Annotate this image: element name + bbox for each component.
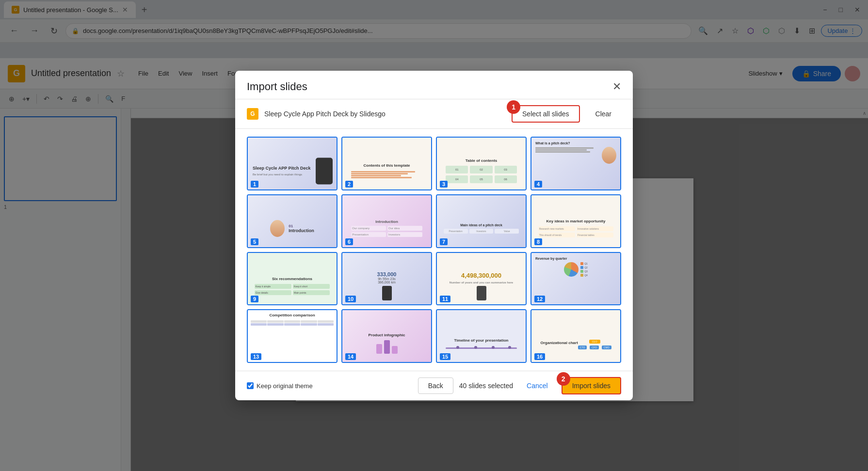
slide-num-11: 11: [440, 296, 450, 302]
slide-card-inner-6: Introduction Our company Our idea Presen…: [342, 195, 431, 248]
slide-card-1[interactable]: Sleep Cycle APP Pitch Deck Be brief but …: [247, 137, 338, 190]
org-item-1: CTO: [578, 345, 587, 349]
slide-card-12[interactable]: Revenue by quarter Q1 Q2 Q3 Q4 12: [530, 252, 621, 306]
bar-1: [351, 171, 415, 173]
slide-preview-4: What is a pitch deck?: [531, 138, 620, 190]
slide-16-title: Organizational chart: [540, 341, 578, 345]
legend-q4: Q4: [580, 274, 588, 277]
slide-3-title: Table of contents: [466, 158, 498, 163]
slides-grid: Sleep Cycle APP Pitch Deck Be brief but …: [235, 129, 633, 371]
slide-card-14[interactable]: Product infographic 14: [341, 309, 432, 363]
slide-card-6[interactable]: Introduction Our company Our idea Presen…: [341, 194, 432, 248]
slide-2-content: [351, 171, 422, 179]
big-number: 4,498,300,000: [461, 272, 501, 279]
org-chart: CEO CTO CFO CMO: [578, 340, 611, 349]
slide-num-8: 8: [534, 238, 542, 245]
mkt-1: Research new markets: [538, 226, 575, 231]
slide-6-title: Introduction: [375, 220, 398, 224]
bar-4: [351, 177, 411, 178]
slide-card-inner-3: Table of contents 01 02 03 04 05 06: [437, 138, 526, 190]
slide-card-13[interactable]: Competition comparison: [247, 309, 338, 363]
keep-theme-checkbox[interactable]: [247, 382, 254, 389]
badge-1: 1: [507, 100, 520, 114]
bar-3: [351, 175, 401, 176]
text-bar-3: [535, 151, 590, 153]
grid-item-1: Our company: [351, 226, 386, 231]
slide-2-title: Contents of this template: [363, 163, 410, 168]
stat-2: 9h 55m 23s: [378, 277, 396, 281]
slide-12-title: Revenue by quarter: [535, 257, 616, 260]
intro-text: 01 Introduction: [289, 224, 314, 233]
text-bar-1: [535, 147, 594, 149]
mkt-2: Innovative solutions: [577, 226, 613, 231]
photo-fill: [602, 147, 616, 164]
import-slides-button[interactable]: 2 Import slides: [562, 377, 621, 394]
stat-3: 386,000 km: [378, 281, 396, 284]
toc-1: 01: [446, 166, 468, 173]
slide-13-title: Competition comparison: [251, 313, 334, 317]
slide-preview-1: Sleep Cycle APP Pitch Deck Be brief but …: [248, 138, 337, 190]
slide-num-13: 13: [251, 353, 261, 360]
slide-preview-5: 01 Introduction: [248, 195, 337, 248]
cell-3: [284, 320, 300, 323]
photo-circle: [602, 147, 616, 164]
timeline-dot-2: [474, 346, 477, 349]
slide-num-14: 14: [345, 353, 356, 360]
slide-card-11[interactable]: 4,498,300,000 Number of years and you ca…: [436, 252, 527, 306]
slide-preview-2: Contents of this template: [342, 138, 431, 190]
cell-9: [301, 323, 317, 326]
slide-card-8[interactable]: Key ideas in market opportunity Research…: [530, 194, 621, 248]
modal-header: Import slides ✕: [235, 71, 633, 99]
rec-4: Main points: [293, 290, 330, 295]
slide-card-inner-4: What is a pitch deck?: [531, 138, 620, 190]
stat-1: 333,000: [377, 271, 397, 277]
slide-4-text: [535, 147, 600, 153]
slide-card-inner-5: 01 Introduction: [248, 195, 337, 248]
rec-3: Give details: [255, 290, 291, 295]
slide-card-4[interactable]: What is a pitch deck?: [530, 137, 621, 190]
slide-card-10[interactable]: 333,000 9h 55m 23s 386,000 km 10: [341, 252, 432, 306]
slide-card-16[interactable]: Organizational chart CEO CTO CFO CMO 16: [530, 309, 621, 363]
slide-card-3[interactable]: Table of contents 01 02 03 04 05 06 3: [436, 137, 527, 190]
phone-small-2: [477, 286, 486, 300]
legend-color-2: [580, 266, 583, 269]
slide-card-7[interactable]: Main ideas of a pitch deck Presentation …: [436, 194, 527, 248]
pie-chart: [564, 262, 579, 277]
cell-5: [318, 320, 334, 323]
import-label: Import slides: [572, 382, 611, 390]
slide-num-6: 6: [345, 238, 353, 245]
org-item-3: CMO: [602, 345, 611, 349]
slide-card-2[interactable]: Contents of this template 2: [341, 137, 432, 190]
ideas-1: Presentation: [444, 229, 468, 234]
slide-15-title: Timeline of your presentation: [454, 338, 509, 343]
info-bar-1: [376, 344, 382, 354]
slide-card-5[interactable]: 01 Introduction 5: [247, 194, 338, 248]
org-row-2: CTO CFO CMO: [578, 345, 611, 349]
mkt-4: Financial tables: [577, 233, 613, 237]
legend-q3: Q3: [580, 270, 588, 273]
clear-button[interactable]: Clear: [586, 106, 621, 122]
slide-num-1: 1: [251, 181, 258, 188]
mkt-3: This should of trends: [538, 233, 575, 237]
toc-3: 03: [495, 166, 517, 173]
legend-color-4: [580, 274, 583, 277]
slide-card-inner-1: Sleep Cycle APP Pitch Deck Be brief but …: [248, 138, 337, 190]
rec-1: Keep it simple: [255, 284, 291, 289]
slide-card-inner-2: Contents of this template: [342, 138, 431, 190]
legend-color-1: [580, 262, 583, 265]
slide-card-9[interactable]: Six recommendations Keep it simple Keep …: [247, 252, 338, 306]
org-item-2: CFO: [590, 345, 599, 349]
slides-selected-count: 40 slides selected: [459, 382, 513, 390]
slide-card-15[interactable]: Timeline of your presentation 15: [436, 309, 527, 363]
timeline-dot-4: [508, 346, 511, 349]
back-button[interactable]: Back: [418, 377, 453, 394]
cancel-button[interactable]: Cancel: [519, 378, 556, 393]
slide-4-title: What is a pitch deck?: [535, 141, 616, 145]
comparison-table: [251, 320, 334, 326]
slide-14-title: Product infographic: [369, 333, 405, 337]
chart-legend: Q1 Q2 Q3 Q4: [580, 262, 588, 277]
cell-4: [301, 320, 317, 323]
cell-1: [251, 320, 267, 323]
select-all-button[interactable]: 1 Select all slides: [512, 105, 580, 123]
modal-close-button[interactable]: ✕: [612, 80, 621, 93]
